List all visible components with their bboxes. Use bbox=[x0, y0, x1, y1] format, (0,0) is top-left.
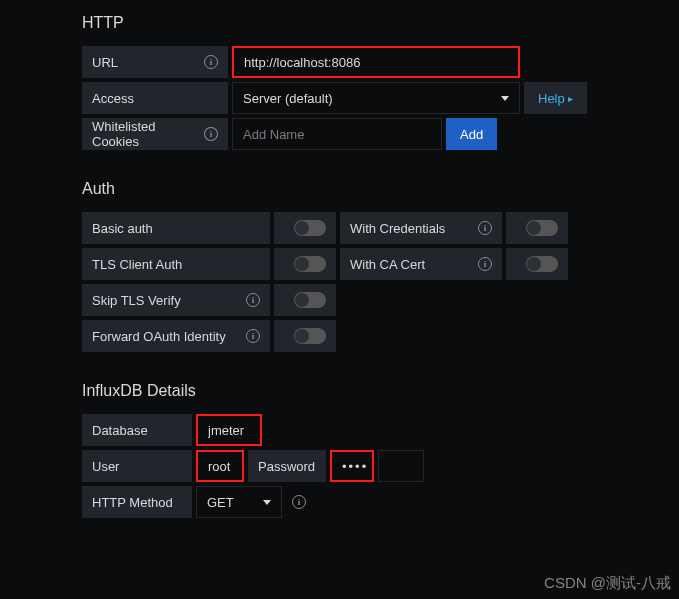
password-input-wrapper: •••• bbox=[330, 450, 374, 482]
database-input[interactable] bbox=[196, 414, 262, 446]
password-label: Password bbox=[258, 459, 315, 474]
access-label-cell: Access bbox=[82, 82, 228, 114]
influx-section-title: InfluxDB Details bbox=[82, 382, 619, 400]
password-label-cell: Password bbox=[248, 450, 326, 482]
method-info-wrapper: i bbox=[286, 486, 312, 518]
forward-oauth-label-cell: Forward OAuth Identity i bbox=[82, 320, 270, 352]
with-credentials-label: With Credentials bbox=[350, 221, 445, 236]
tls-client-label-cell: TLS Client Auth bbox=[82, 248, 270, 280]
password-input[interactable]: •••• bbox=[342, 459, 368, 474]
basic-auth-toggle-cell bbox=[274, 212, 336, 244]
url-input[interactable] bbox=[232, 46, 520, 78]
access-select[interactable]: Server (default) bbox=[232, 82, 520, 114]
with-credentials-toggle[interactable] bbox=[526, 220, 558, 236]
access-label: Access bbox=[92, 91, 134, 106]
with-ca-toggle-cell bbox=[506, 248, 568, 280]
basic-auth-label-cell: Basic auth bbox=[82, 212, 270, 244]
chevron-down-icon bbox=[501, 96, 509, 101]
add-label: Add bbox=[460, 127, 483, 142]
forward-oauth-toggle-cell bbox=[274, 320, 336, 352]
cookies-label-cell: Whitelisted Cookies i bbox=[82, 118, 228, 150]
user-label: User bbox=[92, 459, 119, 474]
method-label-cell: HTTP Method bbox=[82, 486, 192, 518]
skip-tls-label: Skip TLS Verify bbox=[92, 293, 181, 308]
info-icon[interactable]: i bbox=[478, 257, 492, 271]
method-select[interactable]: GET bbox=[196, 486, 282, 518]
with-ca-toggle[interactable] bbox=[526, 256, 558, 272]
with-ca-label-cell: With CA Cert i bbox=[340, 248, 502, 280]
user-label-cell: User bbox=[82, 450, 192, 482]
tls-client-toggle-cell bbox=[274, 248, 336, 280]
method-label: HTTP Method bbox=[92, 495, 173, 510]
database-label-cell: Database bbox=[82, 414, 192, 446]
info-icon[interactable]: i bbox=[204, 55, 218, 69]
database-label: Database bbox=[92, 423, 148, 438]
add-button[interactable]: Add bbox=[446, 118, 497, 150]
with-ca-label: With CA Cert bbox=[350, 257, 425, 272]
tls-client-toggle[interactable] bbox=[294, 256, 326, 272]
info-icon[interactable]: i bbox=[246, 293, 260, 307]
access-value: Server (default) bbox=[243, 91, 333, 106]
watermark: CSDN @测试-八戒 bbox=[544, 574, 671, 593]
with-credentials-toggle-cell bbox=[506, 212, 568, 244]
basic-auth-label: Basic auth bbox=[92, 221, 153, 236]
forward-oauth-label: Forward OAuth Identity bbox=[92, 329, 226, 344]
info-icon[interactable]: i bbox=[204, 127, 218, 141]
help-button[interactable]: Help ▸ bbox=[524, 82, 587, 114]
chevron-right-icon: ▸ bbox=[568, 93, 573, 104]
tls-client-label: TLS Client Auth bbox=[92, 257, 182, 272]
http-section: HTTP URL i Access Server (default) Help … bbox=[82, 14, 619, 150]
auth-section: Auth Basic auth With Credentials i bbox=[82, 180, 619, 352]
cookies-label: Whitelisted Cookies bbox=[92, 119, 204, 149]
help-label: Help bbox=[538, 91, 565, 106]
cookies-input[interactable] bbox=[232, 118, 442, 150]
info-icon[interactable]: i bbox=[478, 221, 492, 235]
password-input-extra[interactable] bbox=[378, 450, 424, 482]
url-label-cell: URL i bbox=[82, 46, 228, 78]
auth-section-title: Auth bbox=[82, 180, 619, 198]
skip-tls-toggle-cell bbox=[274, 284, 336, 316]
with-credentials-label-cell: With Credentials i bbox=[340, 212, 502, 244]
basic-auth-toggle[interactable] bbox=[294, 220, 326, 236]
chevron-down-icon bbox=[263, 500, 271, 505]
skip-tls-toggle[interactable] bbox=[294, 292, 326, 308]
url-label: URL bbox=[92, 55, 118, 70]
influx-section: InfluxDB Details Database User Password … bbox=[82, 382, 619, 518]
http-section-title: HTTP bbox=[82, 14, 619, 32]
info-icon[interactable]: i bbox=[246, 329, 260, 343]
forward-oauth-toggle[interactable] bbox=[294, 328, 326, 344]
skip-tls-label-cell: Skip TLS Verify i bbox=[82, 284, 270, 316]
info-icon[interactable]: i bbox=[292, 495, 306, 509]
user-input[interactable] bbox=[196, 450, 244, 482]
method-value: GET bbox=[207, 495, 234, 510]
